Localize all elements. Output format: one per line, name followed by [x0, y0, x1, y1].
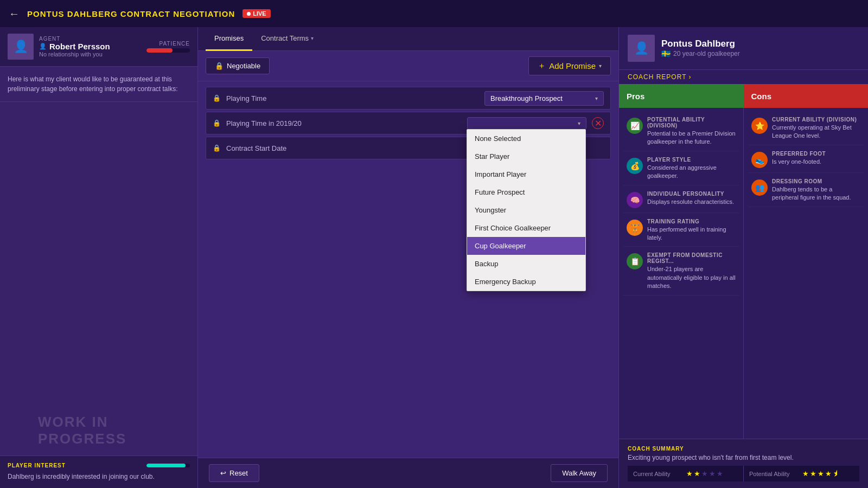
playing-time-2019-select[interactable]: ▾ None Selected Star Player Important Pl… [467, 117, 586, 130]
con-dressing-room-icon: 👥 [751, 179, 768, 196]
con-ability-icon: ⭐ [751, 118, 768, 134]
dropdown-item-important-player[interactable]: Important Player [467, 165, 585, 183]
tab-chevron-icon: ▾ [311, 35, 314, 41]
back-button[interactable]: ← [9, 8, 20, 20]
player-interest-label: PLAYER INTEREST [8, 463, 66, 468]
con-item-dressing-room: 👥 DRESSING ROOM Dahlberg tends to be a p… [748, 174, 864, 207]
main-layout: 👤 AGENT 👤 Robert Persson No relationship… [0, 27, 868, 488]
pro-item-player-style: 💰 PLAYER STYLE Considered an aggressive … [623, 152, 739, 185]
remove-promise-button[interactable]: ✕ [592, 117, 604, 129]
page-title: PONTUS DAHLBERG CONTRACT NEGOTIATION [27, 9, 235, 18]
negotiable-button[interactable]: 🔒 Negotiable [206, 57, 270, 74]
coach-report-link[interactable]: COACH REPORT › [619, 70, 868, 84]
center-tabs: Promises Contract Terms ▾ [198, 27, 618, 51]
walk-away-button[interactable]: Walk Away [551, 464, 608, 482]
bottom-action-bar: ↩ Reset Walk Away [198, 458, 618, 488]
promise-label-playing-time-2019: Playing Time in 2019/20 [226, 119, 462, 127]
lock-icon-row2: 🔒 [213, 119, 221, 127]
promises-list: 🔒 Playing Time Breakthrough Prospect ▾ 🔒… [198, 81, 618, 165]
playing-time-select[interactable]: Breakthrough Prospect ▾ [484, 91, 604, 106]
patience-bar-bg [146, 48, 190, 53]
tab-contract-terms[interactable]: Contract Terms ▾ [252, 27, 322, 51]
player-description: 20 year-old goalkeeper [673, 50, 740, 57]
promise-row-playing-time: 🔒 Playing Time Breakthrough Prospect ▾ [206, 87, 611, 110]
live-dot-icon [247, 12, 251, 16]
live-badge: LIVE [242, 9, 270, 18]
lock-icon: 🔒 [215, 62, 224, 70]
playing-time-2019-chevron-icon: ▾ [578, 120, 580, 126]
player-details: Pontus Dahlberg 🇸🇪 20 year-old goalkeepe… [661, 38, 740, 58]
playing-time-value: Breakthrough Prospect [490, 94, 595, 102]
dropdown-item-future-prospect[interactable]: Future Prospect [467, 183, 585, 201]
dropdown-item-first-choice-gk[interactable]: First Choice Goalkeeper [467, 219, 585, 237]
coach-summary: COACH SUMMARY Exciting young prospect wh… [619, 439, 868, 488]
coach-summary-ratings: Current Ability ★ ★ ★ ★ ★ Potential Abil… [628, 466, 859, 481]
reset-button[interactable]: ↩ Reset [209, 464, 259, 482]
con-item-current-ability: ⭐ CURRENT ABILITY (DIVISION) Currently o… [748, 112, 864, 145]
agent-avatar: 👤 [8, 34, 34, 60]
player-interest-text: Dahlberg is incredibly interested in joi… [8, 472, 190, 481]
pro-item-personality: 🧠 INDIVIDUAL PERSONALITY Displays resolu… [623, 187, 739, 213]
reset-icon: ↩ [220, 469, 226, 477]
top-bar: ← PONTUS DAHLBERG CONTRACT NEGOTIATION L… [0, 0, 868, 27]
player-avatar: 👤 [628, 35, 655, 62]
pros-cons-header: Pros Cons [619, 84, 868, 108]
current-ability-stars: ★ ★ ★ ★ ★ [686, 470, 723, 478]
player-interest-footer: PLAYER INTEREST Dahlberg is incredibly i… [0, 455, 197, 488]
con-foot-text: PREFERRED FOOT Is very one-footed. [772, 151, 860, 166]
agent-label: AGENT [39, 36, 141, 42]
player-interest-bar-fill [146, 464, 186, 467]
watermark-text: WORK INPROGRESS [38, 414, 126, 447]
dropdown-item-cup-gk[interactable]: Cup Goalkeeper [467, 237, 585, 255]
player-name: Pontus Dahlberg [661, 38, 740, 49]
add-promise-button[interactable]: ＋ Add Promise ▾ [528, 56, 611, 75]
dropdown-item-star-player[interactable]: Star Player [467, 147, 585, 165]
player-interest-bar-bg [146, 464, 190, 467]
right-panel: 👤 Pontus Dahlberg 🇸🇪 20 year-old goalkee… [618, 27, 868, 488]
potential-ability-rating: Potential Ability ★ ★ ★ ★ ⯨ [744, 466, 859, 481]
pro-item-potential-ability: 📈 POTENTIAL ABILITY (DIVISION) Potential… [623, 112, 739, 151]
con-item-preferred-foot: 👟 PREFERRED FOOT Is very one-footed. [748, 146, 864, 173]
player-info: 🇸🇪 20 year-old goalkeeper [661, 49, 740, 58]
promise-row-playing-time-2019: 🔒 Playing Time in 2019/20 ▾ None Selecte… [206, 112, 611, 134]
player-card-header: 👤 Pontus Dahlberg 🇸🇪 20 year-old goalkee… [619, 27, 868, 70]
center-toolbar: 🔒 Negotiable ＋ Add Promise ▾ [198, 51, 618, 81]
agent-header: 👤 AGENT 👤 Robert Persson No relationship… [0, 27, 197, 67]
pro-exempt-text: EXEMPT FROM DOMESTIC REGIST... Under-21 … [647, 252, 736, 290]
agent-message: Here is what my client would like to be … [0, 67, 197, 102]
patience-label: PATIENCE [159, 41, 190, 47]
pro-potential-icon: 📈 [627, 118, 643, 134]
patience-area: PATIENCE [146, 41, 190, 53]
coach-summary-title: COACH SUMMARY [628, 446, 859, 452]
tab-promises[interactable]: Promises [206, 27, 252, 51]
current-ability-rating: Current Ability ★ ★ ★ ★ ★ [628, 466, 744, 481]
pros-column: 📈 POTENTIAL ABILITY (DIVISION) Potential… [619, 108, 744, 439]
pro-style-text: PLAYER STYLE Considered an aggressive go… [647, 157, 736, 181]
cons-header: Cons [744, 84, 869, 108]
potential-ability-label: Potential Ability [749, 471, 798, 477]
dropdown-item-youngster[interactable]: Youngster [467, 201, 585, 219]
pro-item-exempt: 📋 EXEMPT FROM DOMESTIC REGIST... Under-2… [623, 248, 739, 295]
pro-style-icon: 💰 [627, 158, 643, 174]
agent-name: 👤 Robert Persson [39, 42, 141, 51]
current-ability-label: Current Ability [633, 471, 682, 477]
agent-relationship: No relationship with you [39, 51, 141, 57]
pro-item-training: 🏋 TRAINING RATING Has performed well in … [623, 214, 739, 247]
dropdown-item-none[interactable]: None Selected [467, 130, 585, 147]
dropdown-item-emergency-backup[interactable]: Emergency Backup [467, 273, 585, 291]
player-flag-icon: 🇸🇪 [661, 49, 671, 58]
left-panel: 👤 AGENT 👤 Robert Persson No relationship… [0, 27, 198, 488]
lock-icon-row3: 🔒 [213, 144, 221, 152]
cons-column: ⭐ CURRENT ABILITY (DIVISION) Currently o… [744, 108, 868, 439]
con-ability-text: CURRENT ABILITY (DIVISION) Currently ope… [772, 117, 860, 140]
potential-ability-stars: ★ ★ ★ ★ ⯨ [802, 470, 840, 478]
patience-bar-fill [146, 48, 173, 53]
promise-label-playing-time: Playing Time [226, 94, 479, 102]
pros-header: Pros [619, 84, 744, 108]
con-dressing-room-text: DRESSING ROOM Dahlberg tends to be a per… [772, 178, 860, 202]
pro-training-icon: 🏋 [627, 220, 643, 236]
center-panel: Promises Contract Terms ▾ 🔒 Negotiable ＋… [198, 27, 618, 488]
playing-time-chevron-icon: ▾ [595, 95, 598, 101]
pi-header: PLAYER INTEREST [8, 463, 190, 468]
dropdown-item-backup[interactable]: Backup [467, 255, 585, 273]
